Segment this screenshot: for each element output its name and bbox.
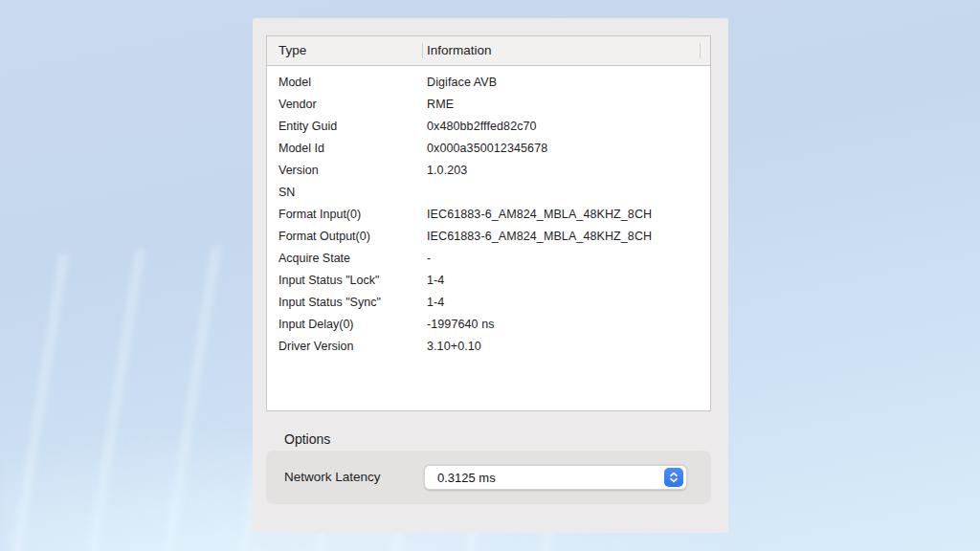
row-info-cell: 1-4	[427, 270, 444, 292]
row-info-cell: 3.10+0.10	[427, 336, 481, 358]
row-type-cell: SN	[278, 182, 295, 204]
table-row[interactable]: Model Digiface AVB	[267, 72, 710, 94]
table-row[interactable]: Version 1.0.203	[267, 160, 710, 182]
column-resize-divider[interactable]	[700, 43, 701, 58]
device-info-table: Type Information Model Digiface AVB Vend…	[266, 35, 711, 411]
row-info-cell: Digiface AVB	[427, 72, 497, 94]
table-body: Model Digiface AVB Vendor RME Entity Gui…	[267, 66, 710, 410]
options-group: Network Latency 0.3125 ms	[266, 451, 711, 504]
row-info-cell: 0x000a350012345678	[427, 138, 547, 160]
table-row[interactable]: Input Delay(0) -1997640 ns	[267, 314, 710, 336]
row-type-cell: Input Delay(0)	[278, 314, 354, 336]
row-type-cell: Format Output(0)	[278, 226, 370, 248]
column-resize-divider[interactable]	[422, 43, 423, 58]
table-row[interactable]: Vendor RME	[267, 94, 710, 116]
row-type-cell: Input Status "Sync"	[278, 292, 381, 314]
device-info-panel: Type Information Model Digiface AVB Vend…	[253, 18, 728, 533]
chevron-up-down-icon	[664, 468, 683, 487]
row-info-cell: IEC61883-6_AM824_MBLA_48KHZ_8CH	[427, 226, 652, 248]
row-type-cell: Driver Version	[278, 336, 354, 358]
table-header: Type Information	[267, 36, 710, 66]
row-info-cell: -	[427, 248, 431, 270]
table-row[interactable]: Entity Guid 0x480bb2fffed82c70	[267, 116, 710, 138]
column-header-type[interactable]: Type	[278, 36, 306, 65]
row-type-cell: Model Id	[278, 138, 324, 160]
table-row[interactable]: Format Input(0) IEC61883-6_AM824_MBLA_48…	[267, 204, 710, 226]
row-type-cell: Version	[278, 160, 319, 182]
row-type-cell: Format Input(0)	[278, 204, 361, 226]
network-latency-value: 0.3125 ms	[437, 466, 496, 491]
table-row[interactable]: Input Status "Lock" 1-4	[267, 270, 710, 292]
row-type-cell: Acquire State	[278, 248, 350, 270]
row-info-cell: -1997640 ns	[427, 314, 495, 336]
column-header-information[interactable]: Information	[427, 36, 492, 65]
table-row[interactable]: Format Output(0) IEC61883-6_AM824_MBLA_4…	[267, 226, 710, 248]
table-row[interactable]: Acquire State -	[267, 248, 710, 270]
row-type-cell: Vendor	[278, 94, 317, 116]
row-info-cell: 0x480bb2fffed82c70	[427, 116, 537, 138]
row-info-cell: RME	[427, 94, 454, 116]
row-info-cell: 1.0.203	[427, 160, 467, 182]
row-info-cell: IEC61883-6_AM824_MBLA_48KHZ_8CH	[427, 204, 652, 226]
table-row[interactable]: SN	[267, 182, 710, 204]
row-type-cell: Entity Guid	[278, 116, 337, 138]
network-latency-label: Network Latency	[284, 451, 381, 504]
row-info-cell: 1-4	[427, 292, 444, 314]
options-section-title: Options	[284, 431, 330, 447]
row-type-cell: Model	[278, 72, 311, 94]
table-row[interactable]: Model Id 0x000a350012345678	[267, 138, 710, 160]
table-row[interactable]: Driver Version 3.10+0.10	[267, 336, 710, 358]
network-latency-dropdown[interactable]: 0.3125 ms	[424, 465, 687, 490]
row-type-cell: Input Status "Lock"	[278, 270, 379, 292]
table-row[interactable]: Input Status "Sync" 1-4	[267, 292, 710, 314]
